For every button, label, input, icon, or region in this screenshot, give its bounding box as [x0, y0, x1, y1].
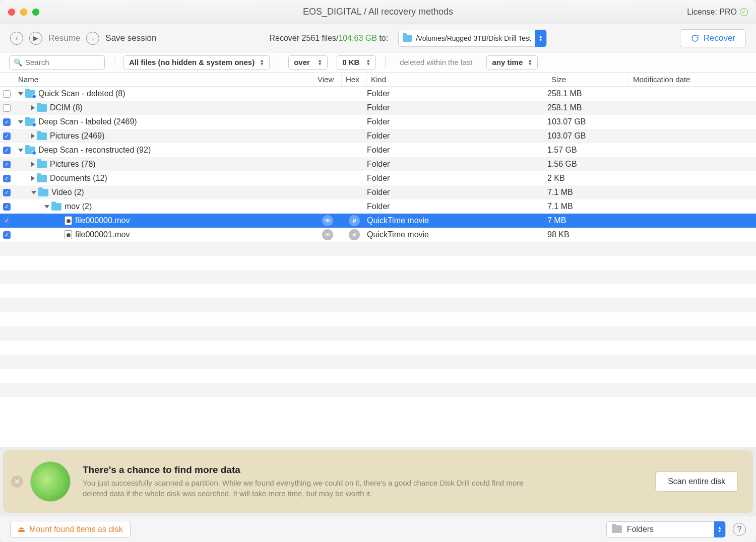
name-cell: file000000.mov — [13, 216, 313, 225]
preview-button[interactable]: 👁 — [322, 215, 333, 226]
size-cell: 103.07 GB — [547, 131, 629, 141]
radar-icon — [30, 461, 71, 502]
destination-path-selector[interactable]: /Volumes/Rugged 3TB/Disk Drill Test ▲▼ — [398, 30, 547, 47]
row-checkbox[interactable]: ✓ — [3, 175, 11, 182]
empty-row — [0, 369, 756, 383]
table-row[interactable]: ✓Deep Scan - reconstructed (92)Folder1.5… — [0, 143, 756, 157]
row-checkbox[interactable] — [3, 104, 11, 112]
size-cell: 7 MB — [547, 216, 629, 225]
separator — [279, 56, 279, 69]
view-mode-stepper-icon[interactable]: ▲▼ — [714, 521, 725, 537]
hex-button[interactable]: # — [349, 229, 360, 240]
hex-button[interactable]: # — [349, 215, 360, 226]
toolbar: ‹ ▶ Resume ↓ Save session Recover 2561 f… — [0, 24, 756, 52]
scan-entire-disk-button[interactable]: Scan entire disk — [655, 471, 738, 492]
close-window-icon[interactable] — [8, 9, 15, 16]
disclosure-triangle-icon[interactable] — [18, 149, 23, 152]
view-mode-dropdown[interactable]: Folders ▲▼ — [606, 521, 726, 537]
recover-files: 2561 files/ — [302, 34, 339, 42]
table-row[interactable]: ✓mov (2)Folder7.1 MB — [0, 199, 756, 214]
table-row[interactable]: ✓Deep Scan - labeled (2469)Folder103.07 … — [0, 115, 756, 129]
column-modification-date[interactable]: Modification date — [629, 73, 756, 86]
file-filter-dropdown[interactable]: All files (no hidden & system ones) ▲▼ — [123, 55, 270, 70]
recover-prefix: Recover — [269, 34, 301, 42]
disclosure-triangle-icon[interactable] — [31, 162, 35, 167]
folder-icon — [25, 90, 35, 98]
minimize-window-icon[interactable] — [20, 9, 27, 16]
separator — [385, 56, 386, 69]
footer: ⏏ Mount found items as disk Folders ▲▼ ? — [0, 516, 756, 542]
name-cell: Deep Scan - labeled (2469) — [13, 117, 313, 126]
disclosure-triangle-icon[interactable] — [31, 105, 35, 110]
disclosure-triangle-icon[interactable] — [31, 191, 36, 194]
search-input[interactable]: 🔍 — [9, 55, 105, 70]
kind-cell: Folder — [367, 146, 547, 155]
table-row[interactable]: ✓file000001.mov👁#QuickTime movie98 KB — [0, 228, 756, 242]
preview-button[interactable]: 👁 — [322, 229, 333, 240]
empty-row — [0, 397, 756, 411]
row-checkbox[interactable]: ✓ — [3, 118, 11, 126]
disclosure-triangle-icon[interactable] — [18, 120, 23, 124]
size-comparison-dropdown[interactable]: over ▲▼ — [288, 55, 328, 70]
titlebar: EOS_DIGITAL / All recovery methods Licen… — [0, 0, 756, 24]
name-cell: Deep Scan - reconstructed (92) — [13, 146, 313, 155]
kind-cell: Folder — [367, 103, 547, 112]
kind-cell: Folder — [367, 89, 547, 98]
kind-cell: Folder — [367, 160, 547, 169]
row-checkbox[interactable]: ✓ — [3, 203, 11, 211]
column-kind[interactable]: Kind — [367, 73, 547, 86]
chevron-updown-icon: ▲▼ — [318, 59, 322, 66]
size-cell: 258.1 MB — [547, 103, 629, 112]
row-checkbox[interactable]: ✓ — [3, 161, 11, 168]
empty-row — [0, 326, 756, 341]
resume-label[interactable]: Resume — [48, 33, 80, 43]
mount-button[interactable]: ⏏ Mount found items as disk — [10, 521, 131, 537]
folder-icon — [25, 147, 35, 154]
column-view[interactable]: View — [313, 73, 342, 86]
zoom-window-icon[interactable] — [32, 9, 39, 16]
table-header: Name View Hex Kind Size Modification dat… — [0, 73, 756, 87]
search-field[interactable] — [25, 58, 100, 66]
row-checkbox[interactable]: ✓ — [3, 231, 11, 239]
row-checkbox[interactable]: ✓ — [3, 132, 11, 140]
path-stepper-icon[interactable]: ▲▼ — [535, 30, 546, 47]
table-row[interactable]: ✓file000000.mov👁#QuickTime movie7 MB — [0, 214, 756, 228]
recover-button[interactable]: Recover — [680, 29, 746, 47]
license-badge[interactable]: License: PRO ✓ — [687, 8, 748, 17]
timeframe-dropdown[interactable]: any time ▲▼ — [486, 55, 538, 70]
name-cell: Quick Scan - deleted (8) — [13, 89, 313, 98]
column-hex[interactable]: Hex — [342, 73, 367, 86]
name-cell: Documents (12) — [13, 174, 313, 183]
row-checkbox[interactable]: ✓ — [3, 147, 11, 154]
size-cell: 1.56 GB — [547, 160, 629, 169]
table-row[interactable]: ✓Pictures (2469)Folder103.07 GB — [0, 129, 756, 143]
table-row[interactable]: ✓Pictures (78)Folder1.56 GB — [0, 157, 756, 171]
save-session-icon[interactable]: ↓ — [86, 32, 99, 45]
table-row[interactable]: ✓Documents (12)Folder2 KB — [0, 171, 756, 185]
table-row[interactable]: DCIM (8)Folder258.1 MB — [0, 101, 756, 115]
help-button[interactable]: ? — [733, 523, 746, 536]
back-button[interactable]: ‹ — [10, 32, 23, 45]
row-name: file000000.mov — [75, 216, 130, 225]
row-checkbox[interactable]: ✓ — [3, 217, 11, 225]
column-name[interactable]: Name — [0, 73, 313, 86]
table-row[interactable]: Quick Scan - deleted (8)Folder258.1 MB — [0, 87, 756, 101]
disclosure-triangle-icon[interactable] — [31, 176, 35, 181]
play-button[interactable]: ▶ — [29, 32, 42, 45]
column-size[interactable]: Size — [547, 73, 629, 86]
row-name: Deep Scan - labeled (2469) — [38, 117, 137, 126]
row-checkbox[interactable] — [3, 90, 11, 98]
empty-row — [0, 270, 756, 284]
row-checkbox[interactable]: ✓ — [3, 189, 11, 196]
close-banner-button[interactable]: ✕ — [11, 476, 23, 488]
table-row[interactable]: ✓Video (2)Folder7.1 MB — [0, 185, 756, 199]
save-session-label[interactable]: Save session — [105, 33, 156, 43]
disclosure-triangle-icon[interactable] — [31, 133, 35, 139]
folder-icon — [37, 161, 47, 168]
recover-icon — [690, 34, 700, 43]
disclosure-triangle-icon[interactable] — [44, 205, 49, 209]
size-value-dropdown[interactable]: 0 KB ▲▼ — [337, 55, 376, 70]
kind-cell: QuickTime movie — [367, 216, 547, 225]
row-name: Deep Scan - reconstructed (92) — [38, 146, 151, 155]
disclosure-triangle-icon[interactable] — [18, 92, 23, 96]
